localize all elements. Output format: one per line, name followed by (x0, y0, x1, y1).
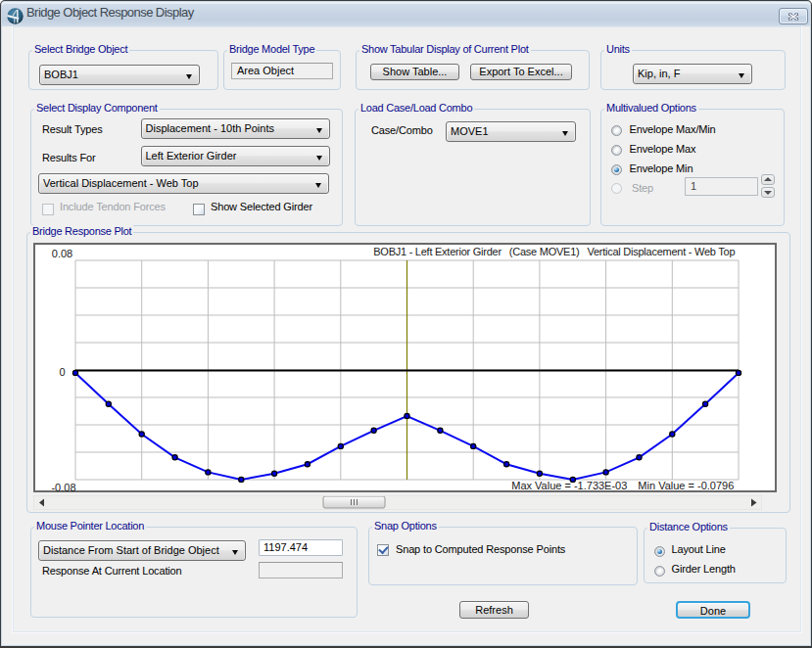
svg-text:Max Value = -1.733E-03 Min Va: Max Value = -1.733E-03 Min Value = -0.07… (511, 480, 734, 491)
svg-text:-0.08: -0.08 (51, 482, 75, 493)
svg-text:0: 0 (59, 366, 65, 378)
svg-text:0.08: 0.08 (52, 248, 72, 259)
svg-text:BOBJ1 - Left Exterior Girder: BOBJ1 - Left Exterior Girder (Case MOVE1… (373, 246, 735, 257)
